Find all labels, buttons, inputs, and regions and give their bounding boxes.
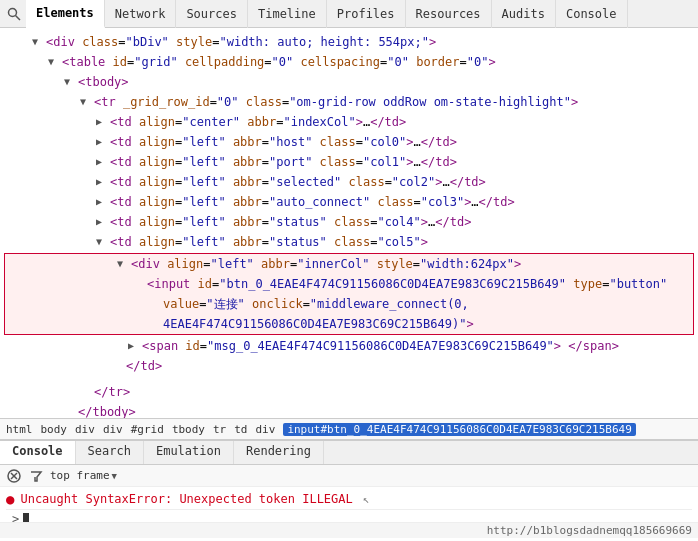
breadcrumb-item[interactable]: html	[6, 423, 33, 436]
triangle-icon[interactable]	[96, 213, 108, 231]
tree-row[interactable]: <td align="left" abbr="host" class="col0…	[0, 132, 698, 152]
tree-row[interactable]: <tbody>	[0, 72, 698, 92]
error-icon: ●	[6, 491, 14, 507]
clear-console-button[interactable]	[6, 468, 22, 484]
triangle-icon[interactable]	[96, 133, 108, 151]
svg-point-0	[9, 8, 17, 16]
url-hint: http://b1blogsdadnemqq185669669	[0, 522, 698, 538]
console-area: Console Search Emulation Rendering top f…	[0, 440, 698, 538]
breadcrumb-bar: html body div div #grid tbody tr td div …	[0, 418, 698, 440]
console-content: ● Uncaught SyntaxError: Unexpected token…	[0, 487, 698, 522]
console-tab-rendering[interactable]: Rendering	[234, 441, 324, 464]
frame-selector[interactable]: top frame ▼	[50, 469, 117, 482]
triangle-icon[interactable]	[80, 93, 92, 111]
error-text: Uncaught SyntaxError: Unexpected token I…	[20, 492, 352, 506]
html-tree: <div class="bDiv" style="width: auto; he…	[0, 28, 698, 418]
breadcrumb-item[interactable]: #grid	[131, 423, 164, 436]
breadcrumb-selected-item[interactable]: input#btn_0_4EAE4F474C91156086C0D4EA7E98…	[283, 423, 635, 436]
console-input-line[interactable]: >	[6, 509, 692, 522]
tree-row[interactable]: </td>	[0, 356, 698, 376]
tree-row[interactable]: <td align="left" abbr="status" class="co…	[0, 212, 698, 232]
breadcrumb-item[interactable]: tr	[213, 423, 226, 436]
console-toolbar: top frame ▼	[0, 465, 698, 487]
triangle-icon[interactable]	[32, 33, 44, 51]
tree-row[interactable]: </tr>	[0, 382, 698, 402]
console-tab-console[interactable]: Console	[0, 441, 76, 464]
tree-row-highlighted[interactable]: 4EAE4F474C91156086C0D4EA7E983C69C215B649…	[5, 314, 693, 334]
console-tabs: Console Search Emulation Rendering	[0, 441, 698, 465]
triangle-icon[interactable]	[48, 53, 60, 71]
tree-row[interactable]: <td align="left" abbr="port" class="col1…	[0, 152, 698, 172]
console-prompt: >	[12, 512, 19, 522]
tab-audits[interactable]: Audits	[492, 0, 556, 28]
breadcrumb-item[interactable]: div	[256, 423, 276, 436]
tab-timeline[interactable]: Timeline	[248, 0, 327, 28]
tree-row[interactable]: <td align="left" abbr="auto_connect" cla…	[0, 192, 698, 212]
tree-row-highlighted[interactable]: <div align="left" abbr="innerCol" style=…	[5, 254, 693, 274]
tree-row[interactable]: <table id="grid" cellpadding="0" cellspa…	[0, 52, 698, 72]
tab-sources[interactable]: Sources	[176, 0, 248, 28]
error-message: ● Uncaught SyntaxError: Unexpected token…	[6, 489, 692, 509]
console-cursor	[23, 513, 29, 522]
triangle-icon[interactable]	[117, 255, 129, 273]
tree-row[interactable]: <td align="left" abbr="selected" class="…	[0, 172, 698, 192]
triangle-icon[interactable]	[128, 337, 140, 355]
tree-row[interactable]: <span id="msg_0_4EAE4F474C91156086C0D4EA…	[0, 336, 698, 356]
devtools-tab-bar: Elements Network Sources Timeline Profil…	[0, 0, 698, 28]
triangle-icon[interactable]	[96, 193, 108, 211]
breadcrumb-item[interactable]: tbody	[172, 423, 205, 436]
cursor-position: ↖	[363, 493, 370, 506]
breadcrumb-item[interactable]: div	[75, 423, 95, 436]
tree-row[interactable]: <td align="left" abbr="status" class="co…	[0, 232, 698, 252]
tree-row[interactable]: <tr _grid_row_id="0" class="om-grid-row …	[0, 92, 698, 112]
highlighted-block[interactable]: <div align="left" abbr="innerCol" style=…	[4, 253, 694, 335]
tab-profiles[interactable]: Profiles	[327, 0, 406, 28]
console-tab-emulation[interactable]: Emulation	[144, 441, 234, 464]
tab-network[interactable]: Network	[105, 0, 177, 28]
tree-row[interactable]: <div class="bDiv" style="width: auto; he…	[0, 32, 698, 52]
tab-elements[interactable]: Elements	[26, 0, 105, 28]
filter-icon[interactable]	[28, 468, 44, 484]
triangle-icon[interactable]	[96, 113, 108, 131]
triangle-icon[interactable]	[96, 173, 108, 191]
breadcrumb-item[interactable]: div	[103, 423, 123, 436]
triangle-icon[interactable]	[96, 153, 108, 171]
tab-resources[interactable]: Resources	[406, 0, 492, 28]
svg-line-1	[16, 15, 21, 20]
tab-console[interactable]: Console	[556, 0, 628, 28]
triangle-icon[interactable]	[64, 73, 76, 91]
tree-row-highlighted[interactable]: value="连接" onclick="middleware_connect(0…	[5, 294, 693, 314]
tree-row[interactable]: </tbody>	[0, 402, 698, 418]
console-tab-search[interactable]: Search	[76, 441, 144, 464]
search-icon[interactable]	[4, 4, 24, 24]
tree-row-highlighted[interactable]: <input id="btn_0_4EAE4F474C91156086C0D4E…	[5, 274, 693, 294]
breadcrumb-item[interactable]: body	[41, 423, 68, 436]
breadcrumb-item[interactable]: td	[234, 423, 247, 436]
html-tree-panel[interactable]: <div class="bDiv" style="width: auto; he…	[0, 28, 698, 418]
triangle-icon[interactable]	[96, 233, 108, 251]
tree-row[interactable]: <td align="center" abbr="indexCol">…</td…	[0, 112, 698, 132]
